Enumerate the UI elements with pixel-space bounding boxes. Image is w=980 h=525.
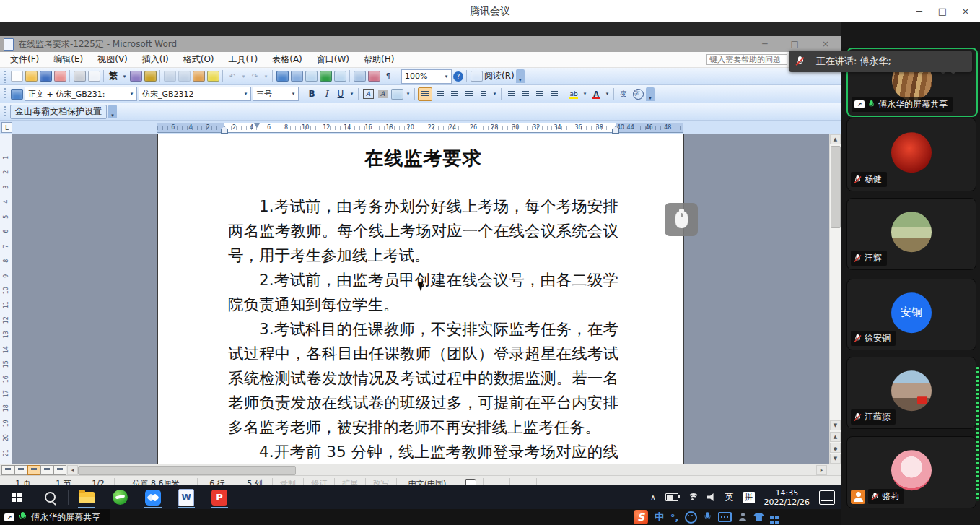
drawing-icon[interactable] [367,70,380,82]
horizontal-ruler[interactable]: L 642 2468101214161820222426283032343638… [0,121,841,134]
undo-icon[interactable]: ↶ [226,70,239,82]
emoji-icon[interactable] [685,511,697,524]
font-size-combobox[interactable]: 三号▾ [253,87,299,101]
menu-edit[interactable]: 编辑(E) [46,53,90,66]
toolbar-grip[interactable] [4,87,7,100]
menu-help[interactable]: 帮助(H) [356,53,401,66]
menu-file[interactable]: 文件(F) [3,53,46,66]
taskbar-search-button[interactable] [33,485,66,509]
font-combobox[interactable]: 仿宋_GB2312▾ [139,87,251,101]
increase-indent-icon[interactable] [548,88,561,100]
align-right-icon[interactable] [448,88,461,100]
vertical-scrollbar[interactable]: ▲ ▼ ▲ ● ▼ [829,134,841,464]
first-line-indent-marker[interactable] [254,123,260,128]
read-mode-icon[interactable] [470,70,483,82]
insert-excel-icon[interactable] [319,70,332,82]
ime-indicator[interactable]: 拼 [743,492,755,503]
character-border-icon[interactable]: A [362,88,375,100]
cut-icon[interactable] [163,70,176,82]
toolbar-options-icon[interactable]: ▾ [108,105,117,118]
speaker-icon[interactable] [707,493,716,501]
participant-tile[interactable]: 江蕴源 [846,357,976,429]
vertical-ruler[interactable]: 123456789101112131415161718192021 [0,134,12,464]
taskbar-clock[interactable]: 14:35 2022/12/26 [764,488,810,507]
tables-borders-icon[interactable] [290,70,303,82]
enclose-characters-icon[interactable]: 字 [631,88,644,100]
bold-icon[interactable]: B [305,88,318,100]
reading-layout-view-button[interactable] [53,465,66,475]
menu-format[interactable]: 格式(O) [176,53,222,66]
menu-window[interactable]: 窗口(W) [310,53,356,66]
maximize-button[interactable]: □ [931,0,954,22]
menu-tools[interactable]: 工具(T) [222,53,266,66]
toolbar-options-icon[interactable]: ▾ [646,87,655,101]
taskbar-browser-button[interactable] [103,485,136,509]
format-painter-icon[interactable] [206,70,219,82]
minimize-button[interactable]: ─ [908,0,931,22]
ruler-strip[interactable]: 642 246810121416182022242628303234363840… [157,123,683,133]
outline-view-button[interactable] [40,465,53,475]
numbering-icon[interactable] [504,88,517,100]
research-icon[interactable] [144,70,157,82]
new-document-icon[interactable] [10,70,23,82]
participant-tile[interactable]: 汪辉 [846,198,976,270]
print-icon[interactable] [73,70,86,82]
language-indicator[interactable]: 英 [725,491,734,503]
toolbox-icon[interactable] [770,516,774,519]
taskbar-word-button[interactable]: W [170,485,203,509]
kingsoft-protect-button[interactable]: 金山毒霸文档保护设置 [10,105,107,119]
undo-dropdown-icon[interactable]: ▾ [240,74,247,79]
vertical-scroll-thumb[interactable] [831,146,841,228]
spelling-icon[interactable] [129,70,142,82]
hant-dropdown-icon[interactable]: ▾ [121,74,128,79]
styles-pane-icon[interactable] [10,88,23,100]
word-restore-button[interactable]: □ [791,39,799,49]
help-search-input[interactable] [706,54,787,65]
taskbar-meeting-button[interactable] [136,485,170,509]
taskbar-explorer-button[interactable] [70,485,103,509]
redo-icon[interactable]: ↷ [248,70,261,82]
copy-icon[interactable] [178,70,191,82]
normal-view-button[interactable] [1,465,14,475]
scroll-down-icon[interactable]: ▼ [830,420,841,430]
line-spacing-icon[interactable] [477,88,490,100]
underline-dropdown-icon[interactable]: ▾ [349,91,355,97]
tab-selector[interactable]: L [1,122,12,133]
horizontal-scroll-thumb[interactable] [78,466,296,475]
wifi-icon[interactable] [688,493,698,501]
read-mode-button[interactable]: 阅读(R) [484,70,515,82]
character-scaling-dropdown-icon[interactable]: ▾ [405,91,411,97]
underline-icon[interactable]: U [334,88,347,100]
ime-punctuation[interactable]: °, [670,512,678,523]
toolbar-grip[interactable] [4,105,7,118]
participant-tile[interactable]: 骆莉 [846,436,976,508]
participants-scrollbar[interactable] [976,367,979,501]
battery-icon[interactable] [665,493,678,501]
word-minimize-button[interactable]: ─ [762,39,767,49]
zoom-combobox[interactable]: 100%▾ [401,69,452,84]
highlight-icon[interactable]: ab [567,88,580,100]
character-scaling-icon[interactable] [390,88,403,100]
highlight-dropdown-icon[interactable]: ▾ [582,91,588,97]
voice-input-icon[interactable] [704,512,712,521]
taskbar-pdf-button[interactable]: P [203,485,236,509]
hidden-icons-chevron[interactable]: ∧ [650,493,655,501]
print-preview-icon[interactable] [87,70,100,82]
close-button[interactable]: × [954,0,977,22]
ime-mode-chinese[interactable]: 中 [655,511,664,524]
align-distribute-icon[interactable] [463,88,476,100]
permission-icon[interactable] [53,70,66,82]
align-center-icon[interactable] [434,88,447,100]
save-icon[interactable] [39,70,52,82]
character-shading-icon[interactable]: A [376,88,389,100]
action-center-icon[interactable] [819,490,835,505]
show-hide-icon[interactable]: ¶ [382,70,395,82]
italic-icon[interactable]: I [320,88,333,100]
word-close-button[interactable]: × [822,39,829,49]
bullets-icon[interactable] [519,88,532,100]
next-page-icon[interactable]: ▼ [830,454,841,464]
scroll-up-icon[interactable]: ▲ [830,134,841,144]
hyperlink-icon[interactable] [276,70,289,82]
font-color-dropdown-icon[interactable]: ▾ [604,91,611,97]
select-browse-object-icon[interactable]: ● [830,443,841,453]
